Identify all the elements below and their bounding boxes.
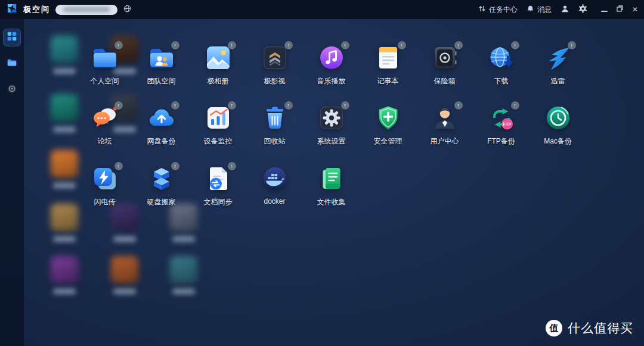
blurred-app-label	[53, 289, 76, 294]
app-label: docker	[264, 197, 285, 205]
app-ftp-backup[interactable]: FTP ↑ FTP备份	[473, 104, 530, 146]
update-badge-icon: ↑	[284, 101, 293, 110]
app-label: FTP备份	[487, 136, 515, 146]
blurred-app[interactable]	[51, 94, 78, 132]
app-download[interactable]: ↑ 下载	[473, 43, 530, 86]
update-badge-icon: ↑	[114, 101, 123, 110]
app-user-center[interactable]: ↑ 用户中心	[416, 104, 473, 146]
update-badge-icon: ↑	[114, 162, 123, 170]
sidebar-item-apps[interactable]	[3, 29, 21, 46]
blurred-app[interactable]	[51, 204, 78, 242]
app-xunlei[interactable]: ↑ 迅雷	[530, 43, 586, 86]
app-cloud-backup[interactable]: ↑ 网盘备份	[133, 104, 190, 146]
username-blurred[interactable]	[55, 5, 117, 15]
app-photo-album[interactable]: ↑ 极相册	[190, 43, 246, 86]
app-docker[interactable]: docker	[246, 164, 303, 207]
blurred-app[interactable]	[111, 204, 138, 242]
app-team-space[interactable]: ↑ 团队空间	[133, 43, 190, 86]
gear-icon	[578, 4, 587, 15]
app-label: 论坛	[98, 136, 112, 146]
settings-button[interactable]	[578, 4, 587, 15]
blurred-app[interactable]	[111, 256, 138, 294]
device-monitor-icon: ↑	[204, 104, 233, 132]
app-safe-box[interactable]: ↑ 保险箱	[416, 43, 473, 86]
sidebar-item-disc[interactable]	[3, 81, 21, 99]
blurred-app-icon	[51, 150, 78, 177]
blurred-app[interactable]	[170, 204, 197, 242]
blurred-app-label	[172, 236, 195, 242]
maximize-button[interactable]	[617, 5, 623, 14]
app-label: 硬盘搬家	[147, 197, 176, 207]
globe-icon[interactable]	[123, 4, 132, 15]
docker-whale-icon	[261, 164, 289, 193]
mac-backup-clock-icon	[544, 104, 572, 132]
app-label: 音乐播放	[317, 76, 346, 86]
blurred-app[interactable]	[51, 36, 78, 74]
blurred-app-icon	[170, 204, 197, 231]
app-logo-icon	[6, 2, 18, 17]
app-label: 极影视	[264, 76, 286, 86]
minimize-button[interactable]	[601, 5, 608, 14]
blurred-app[interactable]	[51, 150, 78, 188]
app-lightning-transfer[interactable]: ↑ 闪电传	[76, 164, 133, 207]
app-doc-sync[interactable]: ↑ 文档同步	[190, 164, 246, 207]
app-recycle-bin[interactable]: ↑ 回收站	[246, 104, 303, 146]
blurred-app[interactable]	[51, 256, 78, 294]
close-button[interactable]: ✕	[632, 6, 638, 13]
app-device-monitor[interactable]: ↑ 设备监控	[190, 104, 246, 146]
app-mac-backup[interactable]: Mac备份	[530, 104, 586, 146]
app-label: 文档同步	[204, 197, 233, 207]
app-label: 下载	[494, 76, 509, 86]
music-player-icon: ↑	[317, 43, 346, 72]
app-row-3: ↑ 闪电传 ↑ 硬盘搬家 ↑ 文档同步 docker	[76, 164, 360, 207]
app-personal-space[interactable]: ↑ 个人空间	[76, 43, 133, 86]
recycle-bin-icon: ↑	[261, 104, 289, 132]
app-file-collect[interactable]: 文件收集	[303, 164, 360, 207]
task-center-button[interactable]: 任务中心	[478, 5, 518, 15]
app-system-settings[interactable]: ↑ 系统设置	[303, 104, 360, 146]
update-badge-icon: ↑	[398, 41, 406, 49]
svg-text:FTP: FTP	[503, 121, 511, 127]
app-label: 安全管理	[374, 136, 402, 146]
app-movie[interactable]: ↑ 极影视	[246, 43, 303, 86]
app-label: 用户中心	[431, 136, 459, 146]
disc-icon	[7, 83, 17, 96]
update-badge-icon: ↑	[341, 41, 349, 49]
cloud-backup-icon: ↑	[147, 104, 176, 132]
app-label: 闪电传	[94, 197, 116, 207]
update-badge-icon: ↑	[511, 101, 519, 110]
app-label: 系统设置	[317, 136, 346, 146]
task-center-icon	[478, 5, 486, 14]
update-badge-icon: ↑	[511, 41, 519, 49]
doc-sync-icon: ↑	[204, 164, 233, 193]
app-disk-migration[interactable]: ↑ 硬盘搬家	[133, 164, 190, 207]
app-notepad[interactable]: ↑ 记事本	[360, 43, 416, 86]
update-badge-icon: ↑	[171, 162, 179, 170]
blurred-app-icon	[51, 256, 78, 283]
app-label: 团队空间	[147, 76, 176, 86]
sidebar	[0, 19, 24, 346]
blurred-app-label	[113, 289, 136, 294]
app-label: 网盘备份	[147, 136, 176, 146]
team-space-icon: ↑	[147, 43, 176, 72]
update-badge-icon: ↑	[454, 101, 463, 110]
blurred-app-icon	[51, 204, 78, 231]
account-button[interactable]	[561, 4, 569, 15]
movie-icon: ↑	[261, 43, 289, 72]
minimize-icon	[601, 11, 608, 12]
messages-button[interactable]: 消息	[527, 5, 552, 15]
app-music-player[interactable]: ↑ 音乐播放	[303, 43, 360, 86]
app-label: Mac备份	[544, 136, 572, 146]
update-badge-icon: ↑	[228, 101, 236, 110]
sidebar-item-files[interactable]	[3, 55, 21, 73]
app-security[interactable]: 安全管理	[360, 104, 416, 146]
blurred-app[interactable]	[170, 256, 197, 294]
safe-box-icon: ↑	[431, 43, 459, 72]
app-label: 极相册	[208, 76, 229, 86]
task-center-label: 任务中心	[489, 5, 518, 15]
app-label: 设备监控	[204, 136, 233, 146]
smzdm-logo-char: 值	[550, 323, 559, 334]
app-title: 极空间	[23, 4, 50, 15]
app-forum[interactable]: ↑ 论坛	[76, 104, 133, 146]
restore-icon	[617, 5, 623, 14]
